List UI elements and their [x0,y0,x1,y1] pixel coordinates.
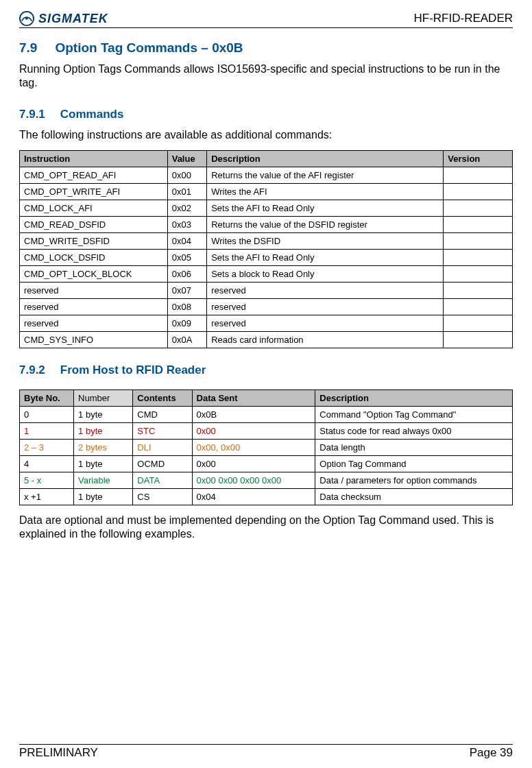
table-cell: 1 byte [74,489,133,505]
table-cell: Writes the AFI [207,184,444,200]
section-title: Option Tag Commands – 0x0B [55,40,243,55]
table-cell: OCMD [133,456,192,472]
table-cell: CMD_READ_DSFID [20,217,168,233]
table-cell: CMD_LOCK_AFI [20,200,168,217]
table-cell: 5 - x [20,472,74,489]
table-cell: Data length [315,440,513,456]
commands-table: Instruction Value Description Version CM… [19,150,513,348]
table-row: reserved0x09reserved [20,315,513,332]
col-value: Value [167,151,207,167]
table-row: CMD_LOCK_DSFID0x05Sets the AFI to Read O… [20,250,513,266]
table-cell: reserved [207,315,444,332]
host-outro: Data are optional and must be implemente… [19,514,513,541]
table-cell [444,250,513,266]
svg-point-1 [25,17,28,20]
table-cell [444,184,513,200]
table-cell [444,167,513,184]
table-row: 01 byteCMD0x0BCommand "Option Tag Comman… [20,407,513,423]
footer-right: Page 39 [470,746,513,760]
table-cell [444,315,513,332]
table-cell: Command "Option Tag Command" [315,407,513,423]
table-cell: Returns the value of the AFI register [207,167,444,184]
table-cell: 0x02 [167,200,207,217]
table-header-row: Instruction Value Description Version [20,151,513,167]
table-cell: reserved [20,283,168,299]
table-row: x +11 byteCS0x04Data checksum [20,489,513,505]
table-cell [444,299,513,315]
table-row: reserved0x08reserved [20,299,513,315]
table-cell [444,332,513,348]
section-number: 7.9 [19,40,37,56]
table-row: CMD_READ_DSFID0x03Returns the value of t… [20,217,513,233]
section-intro: Running Option Tags Commands allows ISO1… [19,62,513,90]
table-cell: CMD [133,407,192,423]
subsection-title: Commands [60,108,124,121]
table-header-row: Byte No. Number Contents Data Sent Descr… [20,390,513,407]
col-description: Description [315,390,513,407]
subsection-heading: 7.9.2From Host to RFID Reader [19,363,513,377]
table-cell [444,233,513,250]
table-row: 2 – 32 bytesDLI0x00, 0x00Data length [20,440,513,456]
table-cell: 2 – 3 [20,440,74,456]
table-cell: 0x06 [167,266,207,283]
col-description: Description [207,151,444,167]
col-byte-no: Byte No. [20,390,74,407]
table-cell: 0x00 [192,456,315,472]
table-cell: Data / parameters for option commands [315,472,513,489]
table-cell: 0x00, 0x00 [192,440,315,456]
table-cell: Returns the value of the DSFID register [207,217,444,233]
table-cell: 1 byte [74,407,133,423]
table-cell: 0x01 [167,184,207,200]
table-cell: Status code for read always 0x00 [315,423,513,440]
table-row: 5 - xVariableDATA0x00 0x00 0x00 0x00Data… [20,472,513,489]
subsection-title: From Host to RFID Reader [60,363,206,376]
table-cell: CMD_OPT_LOCK_BLOCK [20,266,168,283]
table-cell: Reads card information [207,332,444,348]
table-cell [444,283,513,299]
table-cell: 0x00 [167,167,207,184]
page-footer: PRELIMINARY Page 39 [19,744,513,760]
col-contents: Contents [133,390,192,407]
table-cell: Sets a block to Read Only [207,266,444,283]
table-cell: Sets the AFI to Read Only [207,200,444,217]
table-cell: 0x04 [167,233,207,250]
table-cell: 2 bytes [74,440,133,456]
table-cell [444,217,513,233]
table-cell: CMD_LOCK_DSFID [20,250,168,266]
table-cell: 0x0A [167,332,207,348]
table-cell: Sets the AFI to Read Only [207,250,444,266]
document-title: HF-RFID-READER [414,12,513,25]
table-cell: 0x00 0x00 0x00 0x00 [192,472,315,489]
table-row: CMD_OPT_READ_AFI0x00Returns the value of… [20,167,513,184]
table-cell: CMD_SYS_INFO [20,332,168,348]
col-instruction: Instruction [20,151,168,167]
table-row: reserved0x07reserved [20,283,513,299]
table-cell: 0x0B [192,407,315,423]
table-cell: x +1 [20,489,74,505]
table-cell: Writes the DSFID [207,233,444,250]
table-row: CMD_SYS_INFO0x0AReads card information [20,332,513,348]
table-cell: Data checksum [315,489,513,505]
table-cell: CMD_WRITE_DSFID [20,233,168,250]
table-cell: CMD_OPT_READ_AFI [20,167,168,184]
subsection-number: 7.9.2 [19,363,45,377]
table-cell: DLI [133,440,192,456]
table-cell [444,200,513,217]
subsection-number: 7.9.1 [19,108,45,121]
brand-text: SIGMATEK [38,12,108,26]
section-heading: 7.9Option Tag Commands – 0x0B [19,40,513,56]
table-row: CMD_OPT_WRITE_AFI0x01Writes the AFI [20,184,513,200]
col-number: Number [74,390,133,407]
commands-intro: The following instructions are available… [19,128,513,142]
table-cell: CS [133,489,192,505]
table-cell: reserved [20,315,168,332]
table-cell: 0 [20,407,74,423]
table-cell: 1 byte [74,423,133,440]
table-cell: reserved [207,283,444,299]
table-cell: 0x09 [167,315,207,332]
table-row: 11 byteSTC0x00Status code for read alway… [20,423,513,440]
table-cell: 1 byte [74,456,133,472]
table-cell: Variable [74,472,133,489]
footer-left: PRELIMINARY [19,746,98,760]
table-cell: 1 [20,423,74,440]
